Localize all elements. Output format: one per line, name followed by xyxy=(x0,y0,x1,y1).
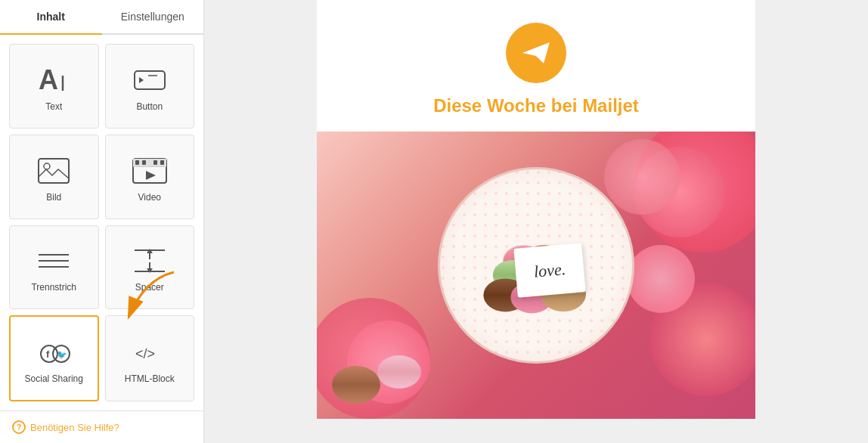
svg-marker-14 xyxy=(146,171,156,180)
svg-text:</>: </> xyxy=(135,346,155,361)
question-icon: ? xyxy=(12,420,26,434)
svg-point-6 xyxy=(44,163,50,169)
email-title: Diese Woche bei Mailjet xyxy=(433,95,639,116)
email-header: Diese Woche bei Mailjet xyxy=(317,0,755,132)
widget-text[interactable]: A Text xyxy=(9,44,99,129)
widget-button-label: Button xyxy=(136,101,163,112)
widget-social-sharing[interactable]: f 🐦 Social Sharing xyxy=(9,315,99,401)
image-icon xyxy=(36,156,72,186)
widget-text-label: Text xyxy=(45,101,62,112)
spacer-icon xyxy=(132,246,168,276)
social-icon: f 🐦 xyxy=(36,337,72,367)
svg-text:A: A xyxy=(39,65,58,95)
svg-rect-13 xyxy=(160,160,164,165)
svg-text:f: f xyxy=(46,349,50,360)
text-icon: A xyxy=(36,65,72,95)
divider-icon xyxy=(36,246,72,276)
svg-rect-12 xyxy=(153,160,157,165)
widget-bild[interactable]: Bild xyxy=(9,135,99,219)
sidebar-tabs: Inhalt Einstellungen xyxy=(0,0,203,35)
email-image: love. xyxy=(317,132,755,419)
svg-rect-11 xyxy=(142,160,146,165)
widget-grid: A Text Button Bild xyxy=(0,35,203,410)
widget-spacer[interactable]: Spacer xyxy=(105,225,195,310)
widget-bild-label: Bild xyxy=(46,192,61,203)
widget-social-label: Social Sharing xyxy=(25,373,83,384)
svg-rect-9 xyxy=(133,166,166,167)
widget-button[interactable]: Button xyxy=(105,44,195,129)
widget-video[interactable]: Video xyxy=(105,135,195,219)
widget-html-label: HTML-Block xyxy=(125,373,175,384)
svg-marker-30 xyxy=(522,42,550,64)
tab-einstellungen[interactable]: Einstellungen xyxy=(102,0,204,33)
help-label: Benötigen Sie Hilfe? xyxy=(30,422,119,433)
sidebar: Inhalt Einstellungen A Text Button xyxy=(0,0,204,443)
html-icon: </> xyxy=(132,337,168,367)
video-icon xyxy=(132,156,168,186)
logo-circle xyxy=(506,23,566,83)
button-icon xyxy=(132,65,168,95)
svg-rect-10 xyxy=(135,160,139,165)
svg-text:🐦: 🐦 xyxy=(57,349,67,360)
svg-marker-4 xyxy=(139,77,144,83)
widget-video-label: Video xyxy=(138,192,161,203)
logo-icon xyxy=(519,36,553,70)
widget-html-block[interactable]: </> HTML-Block xyxy=(105,315,195,401)
svg-rect-5 xyxy=(39,159,69,183)
help-link[interactable]: ? Benötigen Sie Hilfe? xyxy=(12,420,191,434)
widget-trennstrich[interactable]: Trennstrich xyxy=(9,225,99,310)
email-preview: Diese Woche bei Mailjet love. xyxy=(317,0,755,419)
love-card: love. xyxy=(513,243,585,298)
help-section: ? Benötigen Sie Hilfe? xyxy=(0,410,203,443)
tab-inhalt[interactable]: Inhalt xyxy=(0,0,102,35)
widget-trennstrich-label: Trennstrich xyxy=(31,282,76,293)
main-content: Diese Woche bei Mailjet love. xyxy=(204,0,868,443)
widget-spacer-label: Spacer xyxy=(135,282,164,293)
